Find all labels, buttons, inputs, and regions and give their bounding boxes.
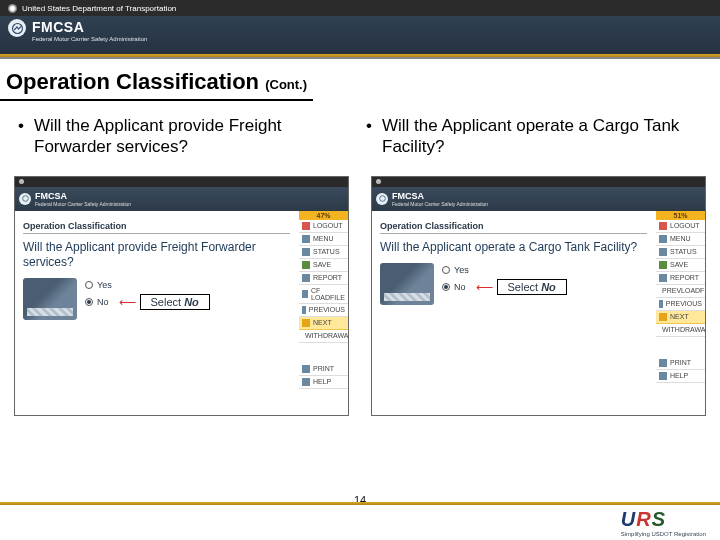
mini-brand-row: FMCSA Federal Motor Carrier Safety Admin…	[372, 187, 705, 211]
urs-tagline: Simplifying USDOT Registration	[621, 531, 706, 537]
option-no[interactable]: No ⟵ Select No	[85, 294, 210, 310]
screenshot-right: FMCSA Federal Motor Carrier Safety Admin…	[371, 176, 706, 416]
menu-next[interactable]: NEXT	[656, 311, 705, 324]
menu-help[interactable]: HELP	[299, 376, 348, 389]
cargo-tank-art-icon	[380, 263, 434, 305]
progress-pct: 51%	[656, 211, 705, 220]
option-no[interactable]: No ⟵ Select No	[442, 279, 567, 295]
mini-fmcsa-logo-icon	[376, 193, 388, 205]
option-yes[interactable]: Yes	[442, 265, 567, 275]
callout-pre: Select	[151, 296, 185, 308]
callout-val: No	[184, 296, 199, 308]
mini-section-title: Operation Classification	[23, 221, 290, 234]
mini-brand-name: FMCSA	[392, 191, 488, 201]
next-icon	[659, 313, 667, 321]
menu-cf[interactable]: CF LOADFILE	[299, 285, 348, 304]
dept-bar: United States Department of Transportati…	[0, 0, 720, 16]
menu-label: WITHDRAWAPP	[662, 326, 706, 333]
file-icon	[302, 290, 308, 298]
screenshots-row: FMCSA Federal Motor Carrier Safety Admin…	[0, 166, 720, 416]
mini-brand-sub: Federal Motor Carrier Safety Administrat…	[392, 201, 488, 207]
option-no-label: No	[454, 282, 466, 292]
bullet-row: Will the Applicant provide Freight Forwa…	[0, 101, 720, 166]
menu-menu[interactable]: MENU	[299, 233, 348, 246]
report-icon	[659, 274, 667, 282]
menu-help[interactable]: HELP	[656, 370, 705, 383]
callout-box: Select No	[140, 294, 210, 310]
bullet-right: Will the Applicant operate a Cargo Tank …	[382, 115, 700, 158]
option-yes-label: Yes	[97, 280, 112, 290]
radio-icon	[442, 266, 450, 274]
fmcsa-logo-icon	[8, 19, 26, 37]
menu-report[interactable]: REPORT	[299, 272, 348, 285]
option-yes[interactable]: Yes	[85, 280, 210, 290]
arrow-icon: ⟵	[476, 280, 493, 294]
mini-dept-bar	[15, 177, 348, 187]
menu-previous[interactable]: PREVIOUS	[656, 298, 705, 311]
menu-status[interactable]: STATUS	[656, 246, 705, 259]
mini-brand-row: FMCSA Federal Motor Carrier Safety Admin…	[15, 187, 348, 211]
brand-row: FMCSA Federal Motor Carrier Safety Admin…	[0, 16, 720, 54]
brand-subtitle: Federal Motor Carrier Safety Administrat…	[32, 36, 147, 42]
mini-brand-name: FMCSA	[35, 191, 131, 201]
radio-icon	[442, 283, 450, 291]
radio-icon	[85, 281, 93, 289]
menu-withdraw[interactable]: WITHDRAWAPP	[299, 330, 348, 343]
next-icon	[302, 319, 310, 327]
slide-title-main: Operation Classification	[6, 69, 259, 94]
mini-main-panel: Operation Classification Will the Applic…	[15, 211, 298, 415]
mini-question: Will the Applicant operate a Cargo Tank …	[380, 240, 647, 255]
menu-save[interactable]: SAVE	[299, 259, 348, 272]
menu-label: LOGOUT	[313, 222, 343, 229]
previous-icon	[659, 300, 663, 308]
menu-label: REPORT	[313, 274, 342, 281]
mini-question: Will the Applicant provide Freight Forwa…	[23, 240, 290, 270]
report-icon	[302, 274, 310, 282]
menu-label: SAVE	[313, 261, 331, 268]
menu-print[interactable]: PRINT	[656, 357, 705, 370]
screenshot-left: FMCSA Federal Motor Carrier Safety Admin…	[14, 176, 349, 416]
menu-logout[interactable]: LOGOUT	[656, 220, 705, 233]
bullet-left: Will the Applicant provide Freight Forwa…	[34, 115, 352, 158]
mini-seal-icon	[19, 179, 24, 184]
menu-logout[interactable]: LOGOUT	[299, 220, 348, 233]
menu-label: PREVIOUS	[666, 300, 702, 307]
help-icon	[302, 378, 310, 386]
status-icon	[302, 248, 310, 256]
callout-pre: Select	[508, 281, 542, 293]
mini-section-title: Operation Classification	[380, 221, 647, 234]
menu-save[interactable]: SAVE	[656, 259, 705, 272]
menu-label: STATUS	[313, 248, 340, 255]
slide-title-cont: (Cont.)	[265, 77, 307, 92]
menu-next[interactable]: NEXT	[299, 317, 348, 330]
freight-art-icon	[23, 278, 77, 320]
menu-menu[interactable]: MENU	[656, 233, 705, 246]
print-icon	[659, 359, 667, 367]
menu-withdraw[interactable]: WITHDRAWAPP	[656, 324, 705, 337]
footer: URS Simplifying USDOT Registration	[0, 502, 720, 540]
menu-label: PRINT	[313, 365, 334, 372]
menu-previous[interactable]: PREVIOUS	[299, 304, 348, 317]
menu-print[interactable]: PRINT	[299, 363, 348, 376]
menu-label: WITHDRAWAPP	[305, 332, 349, 339]
menu-label: NEXT	[670, 313, 689, 320]
svg-point-0	[12, 23, 22, 33]
menu-label: LOGOUT	[670, 222, 700, 229]
logout-icon	[302, 222, 310, 230]
menu-icon	[302, 235, 310, 243]
menu-report[interactable]: REPORT	[656, 272, 705, 285]
menu-label: PRINT	[670, 359, 691, 366]
option-no-label: No	[97, 297, 109, 307]
menu-icon	[659, 235, 667, 243]
menu-prevload[interactable]: PREVLOADFILE	[656, 285, 705, 298]
save-icon	[302, 261, 310, 269]
mini-brand-sub: Federal Motor Carrier Safety Administrat…	[35, 201, 131, 207]
status-icon	[659, 248, 667, 256]
urs-logo-icon: URS	[621, 508, 706, 531]
print-icon	[302, 365, 310, 373]
dept-seal-icon	[8, 4, 17, 13]
menu-label: PREVIOUS	[309, 306, 345, 313]
svg-point-1	[22, 196, 28, 202]
callout-val: No	[541, 281, 556, 293]
menu-status[interactable]: STATUS	[299, 246, 348, 259]
